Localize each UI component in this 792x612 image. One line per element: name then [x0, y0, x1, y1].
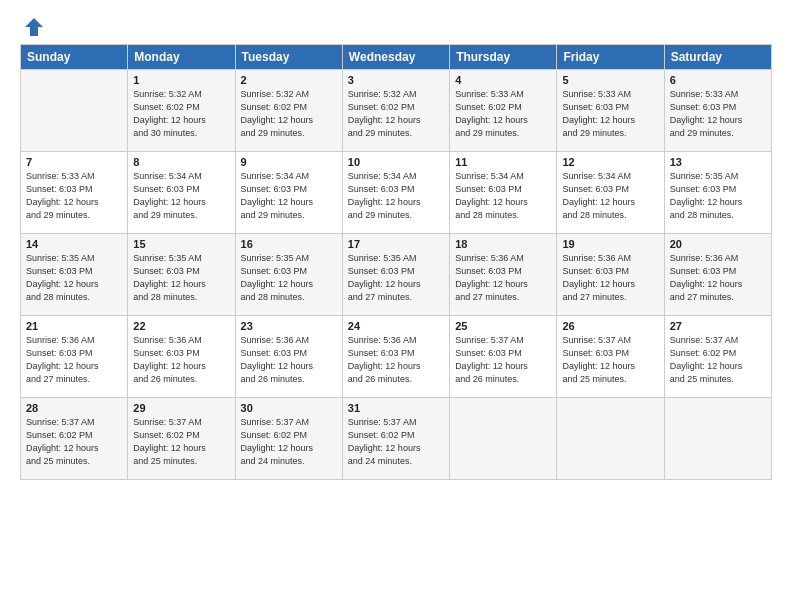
day-number: 3: [348, 74, 444, 86]
day-number: 29: [133, 402, 229, 414]
day-number: 12: [562, 156, 658, 168]
calendar-cell: 13Sunrise: 5:35 AM Sunset: 6:03 PM Dayli…: [664, 152, 771, 234]
day-number: 15: [133, 238, 229, 250]
calendar-cell: 15Sunrise: 5:35 AM Sunset: 6:03 PM Dayli…: [128, 234, 235, 316]
day-number: 2: [241, 74, 337, 86]
day-info: Sunrise: 5:35 AM Sunset: 6:03 PM Dayligh…: [241, 252, 337, 304]
day-number: 20: [670, 238, 766, 250]
day-info: Sunrise: 5:32 AM Sunset: 6:02 PM Dayligh…: [133, 88, 229, 140]
header-row: SundayMondayTuesdayWednesdayThursdayFrid…: [21, 45, 772, 70]
day-info: Sunrise: 5:34 AM Sunset: 6:03 PM Dayligh…: [455, 170, 551, 222]
day-number: 21: [26, 320, 122, 332]
day-number: 26: [562, 320, 658, 332]
svg-marker-0: [25, 18, 43, 36]
day-number: 16: [241, 238, 337, 250]
day-number: 27: [670, 320, 766, 332]
calendar-cell: [557, 398, 664, 480]
day-number: 6: [670, 74, 766, 86]
week-row-1: 1Sunrise: 5:32 AM Sunset: 6:02 PM Daylig…: [21, 70, 772, 152]
day-info: Sunrise: 5:35 AM Sunset: 6:03 PM Dayligh…: [26, 252, 122, 304]
day-number: 9: [241, 156, 337, 168]
day-info: Sunrise: 5:33 AM Sunset: 6:03 PM Dayligh…: [26, 170, 122, 222]
day-number: 4: [455, 74, 551, 86]
day-info: Sunrise: 5:34 AM Sunset: 6:03 PM Dayligh…: [348, 170, 444, 222]
header: [20, 16, 772, 34]
day-info: Sunrise: 5:36 AM Sunset: 6:03 PM Dayligh…: [26, 334, 122, 386]
day-header-wednesday: Wednesday: [342, 45, 449, 70]
day-header-monday: Monday: [128, 45, 235, 70]
day-header-thursday: Thursday: [450, 45, 557, 70]
day-number: 22: [133, 320, 229, 332]
day-info: Sunrise: 5:37 AM Sunset: 6:02 PM Dayligh…: [348, 416, 444, 468]
day-number: 8: [133, 156, 229, 168]
calendar-cell: 4Sunrise: 5:33 AM Sunset: 6:02 PM Daylig…: [450, 70, 557, 152]
calendar-cell: 11Sunrise: 5:34 AM Sunset: 6:03 PM Dayli…: [450, 152, 557, 234]
calendar-table: SundayMondayTuesdayWednesdayThursdayFrid…: [20, 44, 772, 480]
calendar-cell: 3Sunrise: 5:32 AM Sunset: 6:02 PM Daylig…: [342, 70, 449, 152]
week-row-2: 7Sunrise: 5:33 AM Sunset: 6:03 PM Daylig…: [21, 152, 772, 234]
day-info: Sunrise: 5:34 AM Sunset: 6:03 PM Dayligh…: [562, 170, 658, 222]
day-info: Sunrise: 5:34 AM Sunset: 6:03 PM Dayligh…: [133, 170, 229, 222]
week-row-4: 21Sunrise: 5:36 AM Sunset: 6:03 PM Dayli…: [21, 316, 772, 398]
calendar-cell: [664, 398, 771, 480]
day-number: 1: [133, 74, 229, 86]
day-number: 17: [348, 238, 444, 250]
day-number: 19: [562, 238, 658, 250]
day-number: 11: [455, 156, 551, 168]
day-header-sunday: Sunday: [21, 45, 128, 70]
calendar-cell: 21Sunrise: 5:36 AM Sunset: 6:03 PM Dayli…: [21, 316, 128, 398]
day-header-friday: Friday: [557, 45, 664, 70]
calendar-cell: 18Sunrise: 5:36 AM Sunset: 6:03 PM Dayli…: [450, 234, 557, 316]
day-info: Sunrise: 5:35 AM Sunset: 6:03 PM Dayligh…: [133, 252, 229, 304]
day-info: Sunrise: 5:36 AM Sunset: 6:03 PM Dayligh…: [133, 334, 229, 386]
calendar-cell: 24Sunrise: 5:36 AM Sunset: 6:03 PM Dayli…: [342, 316, 449, 398]
calendar-cell: 29Sunrise: 5:37 AM Sunset: 6:02 PM Dayli…: [128, 398, 235, 480]
day-number: 13: [670, 156, 766, 168]
calendar-cell: 26Sunrise: 5:37 AM Sunset: 6:03 PM Dayli…: [557, 316, 664, 398]
day-header-saturday: Saturday: [664, 45, 771, 70]
calendar-cell: 7Sunrise: 5:33 AM Sunset: 6:03 PM Daylig…: [21, 152, 128, 234]
day-number: 23: [241, 320, 337, 332]
day-number: 25: [455, 320, 551, 332]
calendar-cell: 9Sunrise: 5:34 AM Sunset: 6:03 PM Daylig…: [235, 152, 342, 234]
logo: [20, 16, 46, 34]
day-info: Sunrise: 5:37 AM Sunset: 6:02 PM Dayligh…: [241, 416, 337, 468]
calendar-cell: 28Sunrise: 5:37 AM Sunset: 6:02 PM Dayli…: [21, 398, 128, 480]
calendar-cell: [21, 70, 128, 152]
calendar-cell: 8Sunrise: 5:34 AM Sunset: 6:03 PM Daylig…: [128, 152, 235, 234]
day-info: Sunrise: 5:36 AM Sunset: 6:03 PM Dayligh…: [670, 252, 766, 304]
day-info: Sunrise: 5:33 AM Sunset: 6:03 PM Dayligh…: [562, 88, 658, 140]
day-info: Sunrise: 5:34 AM Sunset: 6:03 PM Dayligh…: [241, 170, 337, 222]
day-number: 30: [241, 402, 337, 414]
day-info: Sunrise: 5:32 AM Sunset: 6:02 PM Dayligh…: [348, 88, 444, 140]
day-info: Sunrise: 5:35 AM Sunset: 6:03 PM Dayligh…: [670, 170, 766, 222]
day-info: Sunrise: 5:37 AM Sunset: 6:02 PM Dayligh…: [670, 334, 766, 386]
week-row-3: 14Sunrise: 5:35 AM Sunset: 6:03 PM Dayli…: [21, 234, 772, 316]
day-info: Sunrise: 5:32 AM Sunset: 6:02 PM Dayligh…: [241, 88, 337, 140]
day-header-tuesday: Tuesday: [235, 45, 342, 70]
day-number: 24: [348, 320, 444, 332]
day-number: 18: [455, 238, 551, 250]
day-number: 7: [26, 156, 122, 168]
week-row-5: 28Sunrise: 5:37 AM Sunset: 6:02 PM Dayli…: [21, 398, 772, 480]
calendar-cell: 23Sunrise: 5:36 AM Sunset: 6:03 PM Dayli…: [235, 316, 342, 398]
day-info: Sunrise: 5:36 AM Sunset: 6:03 PM Dayligh…: [348, 334, 444, 386]
calendar-cell: 14Sunrise: 5:35 AM Sunset: 6:03 PM Dayli…: [21, 234, 128, 316]
calendar-cell: 16Sunrise: 5:35 AM Sunset: 6:03 PM Dayli…: [235, 234, 342, 316]
calendar-cell: 10Sunrise: 5:34 AM Sunset: 6:03 PM Dayli…: [342, 152, 449, 234]
calendar-cell: 1Sunrise: 5:32 AM Sunset: 6:02 PM Daylig…: [128, 70, 235, 152]
day-info: Sunrise: 5:33 AM Sunset: 6:03 PM Dayligh…: [670, 88, 766, 140]
day-info: Sunrise: 5:37 AM Sunset: 6:03 PM Dayligh…: [455, 334, 551, 386]
calendar-cell: 5Sunrise: 5:33 AM Sunset: 6:03 PM Daylig…: [557, 70, 664, 152]
calendar-cell: 22Sunrise: 5:36 AM Sunset: 6:03 PM Dayli…: [128, 316, 235, 398]
day-info: Sunrise: 5:37 AM Sunset: 6:02 PM Dayligh…: [26, 416, 122, 468]
calendar-cell: 12Sunrise: 5:34 AM Sunset: 6:03 PM Dayli…: [557, 152, 664, 234]
day-number: 5: [562, 74, 658, 86]
calendar-cell: 30Sunrise: 5:37 AM Sunset: 6:02 PM Dayli…: [235, 398, 342, 480]
calendar-cell: 25Sunrise: 5:37 AM Sunset: 6:03 PM Dayli…: [450, 316, 557, 398]
day-info: Sunrise: 5:36 AM Sunset: 6:03 PM Dayligh…: [241, 334, 337, 386]
calendar-cell: 6Sunrise: 5:33 AM Sunset: 6:03 PM Daylig…: [664, 70, 771, 152]
calendar-cell: [450, 398, 557, 480]
calendar-cell: 2Sunrise: 5:32 AM Sunset: 6:02 PM Daylig…: [235, 70, 342, 152]
day-number: 10: [348, 156, 444, 168]
